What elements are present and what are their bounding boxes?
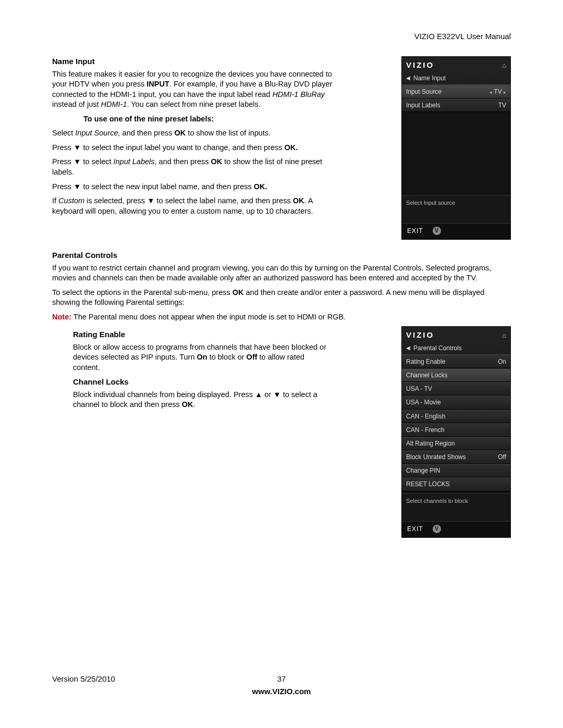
osd-item-label: Change PIN [406, 466, 440, 475]
body-text: OK. [254, 182, 267, 191]
vizio-logo: VIZIO [406, 330, 434, 340]
osd-title: Name Input [413, 74, 446, 82]
osd-item-label: Block Unrated Shows [406, 453, 466, 461]
home-icon: ⌂ [502, 331, 506, 340]
parental-subtext: Rating Enable Block or allow access to p… [73, 326, 328, 414]
osd-item-label: Input Labels [406, 101, 440, 109]
osd-item-value: On [498, 357, 506, 366]
body-text: to block or [207, 353, 247, 361]
note-label: Note: [52, 313, 71, 321]
version-text: Version 5/25/2010 [52, 674, 115, 684]
osd-menu-item: CAN - English [402, 410, 510, 423]
osd-menu-item: Alt Rating Region [402, 437, 510, 450]
back-icon: ◀ [406, 75, 410, 82]
body-text: Input Labels [114, 157, 155, 166]
page-footer: Version 5/25/2010 37 www.VIZIO.com [52, 674, 511, 697]
osd-item-label: Input Source [406, 88, 442, 96]
osd-item-value: Off [498, 453, 506, 461]
osd-menu-item: Channel Locks [402, 368, 510, 382]
exit-label: EXIT [407, 525, 423, 533]
body-text: OK [211, 157, 223, 166]
body-text: and then press [120, 129, 175, 137]
body-text: Select [52, 129, 75, 137]
osd-item-label: CAN - French [406, 426, 444, 434]
osd-item-label: CAN - English [406, 412, 445, 421]
body-text: Press ▼ to select [52, 157, 114, 166]
body-text: OK [182, 400, 193, 409]
osd-help-text: Select channels to block [402, 493, 510, 521]
body-text: instead of just [52, 100, 101, 108]
osd-item-label: Rating Enable [406, 357, 445, 366]
body-text: . [193, 400, 195, 409]
heading-name-input: Name Input [52, 56, 339, 67]
body-text: , and then press [155, 157, 211, 166]
osd-menu-item: Rating EnableOn [402, 355, 510, 368]
home-icon: ⌂ [502, 61, 506, 70]
heading-channel-locks: Channel Locks [73, 377, 328, 387]
body-text: OK [232, 288, 244, 297]
body-text: Input Source, [75, 129, 120, 137]
osd-item-label: Alt Rating Region [406, 439, 455, 448]
body-text: HDMI-1 BluRay [272, 90, 325, 98]
body-text: INPUT [146, 80, 169, 88]
page-number: 37 [277, 674, 286, 683]
osd-parental: VIZIO ⌂ ◀ Parental Controls Rating Enabl… [401, 326, 511, 538]
back-icon: ◀ [406, 344, 410, 352]
osd-title: Parental Controls [413, 344, 462, 352]
body-text: On [197, 353, 207, 361]
body-text: to show the list of inputs. [186, 129, 271, 137]
body-text: Press ▼ to select the new input label na… [52, 182, 254, 191]
exit-label: EXIT [407, 227, 423, 235]
body-text: Off [247, 353, 258, 361]
osd-name-input: VIZIO ⌂ ◀ Name Input Input Source◂ TV ▸I… [401, 56, 511, 240]
v-button-icon: V [433, 525, 441, 533]
body-text: If you want to restrict certain channel … [52, 263, 511, 283]
body-text: OK [293, 196, 304, 205]
heading-parental: Parental Controls [52, 250, 511, 261]
body-text: is selected, press ▼ to select the label… [84, 196, 293, 205]
osd-menu-item: Block Unrated ShowsOff [402, 450, 510, 464]
subheading-preset: To use one of the nine preset labels: [83, 114, 339, 125]
v-button-icon: V [433, 227, 441, 235]
body-text: Custom [58, 196, 84, 205]
osd-menu-item: RESET LOCKS [402, 477, 510, 491]
heading-rating-enable: Rating Enable [73, 329, 328, 340]
body-text: If [52, 196, 58, 205]
vizio-logo: VIZIO [406, 60, 434, 70]
osd-menu-item: USA - TV [402, 382, 510, 396]
osd-item-value: ◂ TV ▸ [489, 88, 506, 96]
body-text: HDMI-1 [101, 100, 127, 108]
osd-item-label: USA - Movie [406, 398, 441, 406]
osd-menu-item: Input Source◂ TV ▸ [402, 85, 510, 98]
osd-help-text: Select Input source [402, 195, 510, 223]
body-text: Press ▼ to select the input label you wa… [52, 143, 285, 152]
body-text: OK [175, 129, 186, 137]
osd-item-label: RESET LOCKS [406, 480, 450, 488]
osd-menu-item: Input LabelsTV [402, 98, 510, 112]
osd-menu-item: CAN - French [402, 423, 510, 437]
osd-menu-item: USA - Movie [402, 396, 510, 409]
osd-menu-item: Change PIN [402, 464, 510, 477]
name-input-text: Name Input This feature makes it easier … [52, 56, 339, 220]
footer-url: www.VIZIO.com [52, 686, 511, 697]
osd-item-label: USA - TV [406, 385, 432, 393]
body-text: To select the options in the Parental su… [52, 288, 232, 297]
manual-page: VIZIO E322VL User Manual Name Input This… [0, 0, 563, 728]
body-text: OK. [285, 143, 298, 152]
osd-item-value: TV [498, 101, 506, 109]
body-text: . You can select from nine preset labels… [127, 100, 260, 108]
page-header: VIZIO E322VL User Manual [52, 31, 511, 42]
body-text: The Parental menu does not appear when t… [71, 313, 346, 321]
osd-item-label: Channel Locks [406, 371, 447, 379]
